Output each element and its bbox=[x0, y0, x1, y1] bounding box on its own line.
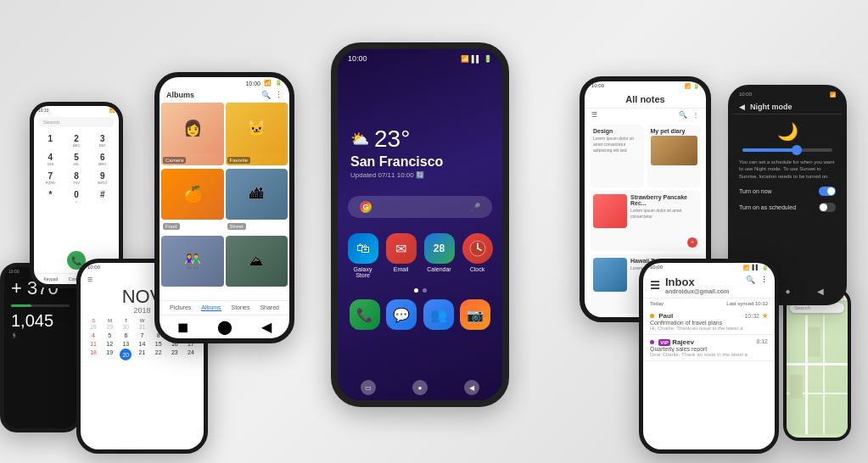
app-email[interactable]: ✉ Email bbox=[384, 233, 417, 278]
dial-key-1[interactable]: 1 bbox=[38, 132, 63, 149]
toggle-scheduled[interactable]: Turn on as scheduled bbox=[732, 199, 843, 215]
cal-day-28prev[interactable]: 28 bbox=[86, 323, 101, 331]
notes-search-icon[interactable]: 🔍 bbox=[679, 111, 687, 119]
map-block-2 bbox=[790, 375, 804, 399]
note-design[interactable]: Design Lorem ipsum dolor sit amet consec… bbox=[590, 125, 644, 187]
email-item-paul[interactable]: Paul 10:32 ★ Confirmation of travel plan… bbox=[643, 309, 775, 335]
dial-key-5[interactable]: 5JKL bbox=[64, 151, 89, 168]
search-icon[interactable]: 🔍 bbox=[261, 91, 271, 99]
last-synced: Last synced 10:32 bbox=[726, 301, 768, 306]
nightmode-slider[interactable] bbox=[742, 148, 832, 152]
notes-status-icons: 📶🔋 bbox=[685, 83, 699, 89]
cal-day-6[interactable]: 6 bbox=[118, 332, 133, 339]
dock-messages[interactable]: 💬 bbox=[386, 299, 417, 330]
cal-day-23[interactable]: 23 bbox=[167, 349, 182, 360]
cal-day-11[interactable]: 11 bbox=[86, 340, 101, 348]
dial-key-2[interactable]: 2ABC bbox=[64, 132, 89, 149]
dial-key-8[interactable]: 8TUV bbox=[64, 170, 89, 187]
photo-favorite[interactable]: 🐱 Favorite bbox=[226, 103, 288, 165]
notes-more-icon[interactable]: ⋮ bbox=[692, 111, 699, 119]
nav-home-icon[interactable]: ● bbox=[785, 287, 790, 296]
dialer-tab-keypad[interactable]: Keypad bbox=[43, 276, 58, 282]
note-strawberry[interactable]: Strawberry Pancake Rec... Lorem ipsum do… bbox=[590, 191, 701, 250]
nav-back-btn[interactable]: ◀ bbox=[464, 380, 479, 395]
cal-day-31prev[interactable]: 31 bbox=[134, 323, 149, 331]
nav-back-icon[interactable]: ◼ bbox=[177, 319, 188, 335]
cal-day-21[interactable]: 21 bbox=[134, 349, 149, 360]
email-more-icon[interactable]: ⋮ bbox=[760, 276, 768, 294]
toggle-turn-on-now[interactable]: Turn on now bbox=[732, 183, 843, 199]
gallery-tab-stories[interactable]: Stories bbox=[232, 304, 250, 311]
dock-phone[interactable]: 📞 bbox=[350, 299, 380, 330]
gallery-tab-pictures[interactable]: Pictures bbox=[170, 304, 191, 311]
dial-key-star[interactable]: * bbox=[38, 188, 63, 205]
cal-day-5[interactable]: 5 bbox=[102, 332, 117, 339]
toggle-scheduled-switch[interactable] bbox=[819, 203, 836, 212]
paul-preview: Hi, Charlie. Thank an issue in the lates… bbox=[650, 326, 768, 331]
email-item-rajeev[interactable]: VIP Rajeev 8:12 Quarterly sales report D… bbox=[643, 335, 775, 361]
app-grid: 🛍 Galaxy Store ✉ Email 28 Calendar bbox=[338, 226, 502, 285]
more-icon[interactable]: ⋮ bbox=[275, 91, 283, 99]
cal-day-20-today[interactable]: 20 bbox=[120, 349, 132, 360]
nav-recent-btn[interactable]: ▭ bbox=[361, 380, 376, 395]
cal-day-29prev[interactable]: 29 bbox=[102, 323, 117, 331]
toggle-now-switch[interactable] bbox=[819, 187, 836, 196]
add-note-button[interactable]: + bbox=[687, 237, 697, 248]
cal-day-15[interactable]: 15 bbox=[151, 340, 166, 348]
back-icon[interactable]: ◀ bbox=[739, 103, 745, 111]
email-menu-icon[interactable]: ☰ bbox=[650, 279, 660, 292]
dialer-search[interactable]: Search bbox=[38, 117, 115, 127]
photo-food[interactable]: 🍊 Food bbox=[161, 169, 224, 232]
note-pet-diary[interactable]: My pet diary bbox=[647, 125, 702, 187]
gallery-tab-shared[interactable]: Shared bbox=[260, 304, 279, 311]
nav-back-icon[interactable]: ◀ bbox=[817, 287, 824, 296]
rajeev-preview: Dear Charlie. Thank an issue in the late… bbox=[650, 352, 768, 357]
cal-day-24[interactable]: 24 bbox=[183, 349, 199, 360]
search-placeholder: Search bbox=[43, 120, 59, 125]
gallery-tabs: Pictures Albums Stories Shared bbox=[160, 300, 289, 315]
photo-people[interactable]: 👫 bbox=[161, 236, 224, 298]
cal-day-22[interactable]: 22 bbox=[151, 349, 166, 360]
dial-key-3[interactable]: 3DEF bbox=[90, 132, 115, 149]
map-area bbox=[787, 315, 848, 434]
cal-day-19[interactable]: 19 bbox=[102, 349, 117, 360]
gallery-tab-albums[interactable]: Albums bbox=[201, 304, 221, 311]
cal-day-12[interactable]: 12 bbox=[102, 340, 117, 348]
nav-home-btn[interactable]: ● bbox=[412, 380, 428, 395]
cal-day-18[interactable]: 18 bbox=[86, 349, 101, 360]
email-icon: ✉ bbox=[386, 233, 417, 264]
hamburger-icon[interactable]: ☰ bbox=[87, 276, 92, 283]
moon-icon: 🌙 bbox=[732, 114, 843, 145]
dial-key-9[interactable]: 9WXYZ bbox=[90, 170, 115, 187]
note-pet-title: My pet diary bbox=[651, 128, 698, 134]
photo-mountain[interactable]: ⛰ bbox=[226, 236, 288, 298]
app-clock[interactable]: Clock bbox=[461, 233, 494, 278]
dial-key-0[interactable]: 0+ bbox=[64, 188, 89, 205]
photo-camera[interactable]: 👩 Camera bbox=[161, 103, 224, 165]
cal-day-14[interactable]: 14 bbox=[134, 340, 149, 348]
app-galaxy-store[interactable]: 🛍 Galaxy Store bbox=[346, 233, 379, 278]
photo-street[interactable]: 🏙 Street bbox=[226, 169, 288, 232]
cal-day-30prev[interactable]: 30 bbox=[118, 323, 133, 331]
dial-key-6[interactable]: 6MNO bbox=[90, 151, 115, 168]
nightmode-title: Night mode bbox=[750, 103, 792, 111]
dock-camera[interactable]: 📷 bbox=[460, 299, 490, 330]
app-calendar[interactable]: 28 Calendar bbox=[423, 233, 456, 278]
cal-day-7[interactable]: 7 bbox=[134, 332, 149, 339]
nightmode-header: ◀ Night mode bbox=[732, 100, 843, 114]
dial-key-hash[interactable]: # bbox=[90, 188, 115, 205]
mic-icon[interactable]: 🎤 bbox=[470, 203, 480, 212]
search-bar[interactable]: G 🎤 bbox=[348, 196, 492, 218]
nav-home-icon[interactable]: ⬤ bbox=[217, 319, 232, 335]
email-inbox-info: Inbox androidux@gmail.com bbox=[665, 276, 729, 294]
dock-social[interactable]: 👥 bbox=[423, 299, 454, 330]
email-search-icon[interactable]: 🔍 bbox=[746, 276, 755, 294]
nav-recents-icon[interactable]: ◀ bbox=[261, 319, 272, 335]
email-address: androidux@gmail.com bbox=[665, 288, 729, 294]
dial-key-7[interactable]: 7PQRS bbox=[38, 170, 63, 187]
notes-statusbar: 10:00 📶🔋 bbox=[585, 81, 706, 91]
cal-day-4[interactable]: 4 bbox=[86, 332, 101, 339]
menu-icon[interactable]: ☰ bbox=[591, 111, 597, 119]
dial-key-4[interactable]: 4GHI bbox=[38, 151, 63, 168]
cal-day-13[interactable]: 13 bbox=[118, 340, 133, 348]
